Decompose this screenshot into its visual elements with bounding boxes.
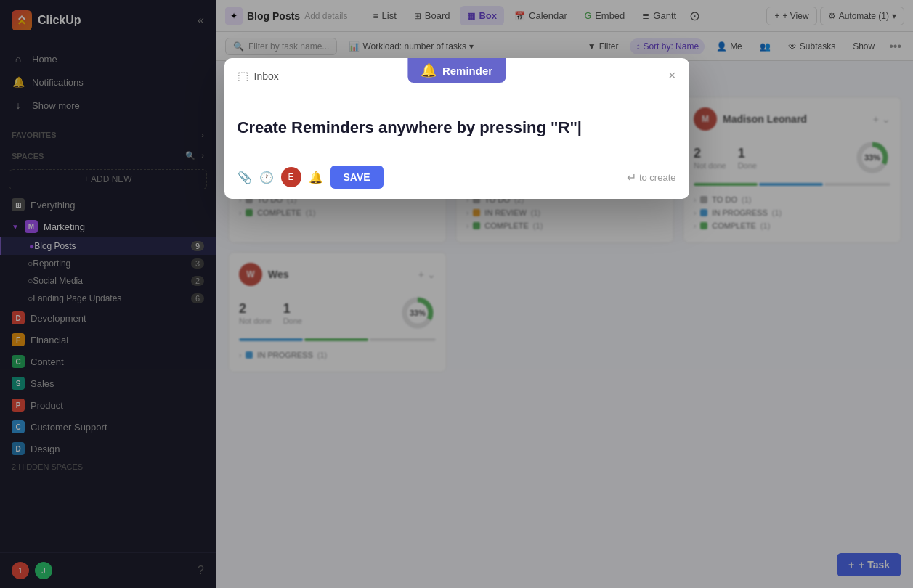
to-create-label: to create — [639, 172, 676, 183]
reminder-badge-label: Reminder — [442, 65, 492, 77]
clock-icon[interactable]: 🕐 — [259, 171, 274, 184]
save-button[interactable]: SAVE — [330, 166, 384, 189]
attachment-icon[interactable]: 📎 — [238, 171, 252, 184]
user-avatar-icon[interactable]: E — [281, 167, 301, 187]
to-create-area: ↵ to create — [627, 171, 676, 184]
dialog-footer: 📎 🕐 E 🔔 SAVE ↵ to create — [224, 158, 689, 199]
bell-footer-icon[interactable]: 🔔 — [309, 171, 323, 184]
reminder-title-input[interactable] — [238, 116, 676, 139]
inbox-icon: ⬚ — [238, 69, 248, 83]
dialog-inbox-area: ⬚ Inbox — [238, 69, 279, 83]
close-button[interactable]: × — [668, 68, 676, 83]
reminder-badge: 🔔 Reminder — [407, 58, 506, 83]
dialog-body: 🔔 Reminder — [224, 91, 689, 158]
enter-icon: ↵ — [627, 171, 636, 184]
overlay[interactable]: ⬚ Inbox × 🔔 Reminder 📎 🕐 E 🔔 SAVE ↵ to c… — [0, 0, 913, 588]
spacer — [238, 105, 676, 116]
reminder-bell-icon: 🔔 — [421, 62, 437, 78]
inbox-label: Inbox — [254, 70, 279, 82]
reminder-dialog: ⬚ Inbox × 🔔 Reminder 📎 🕐 E 🔔 SAVE ↵ to c… — [224, 58, 689, 199]
